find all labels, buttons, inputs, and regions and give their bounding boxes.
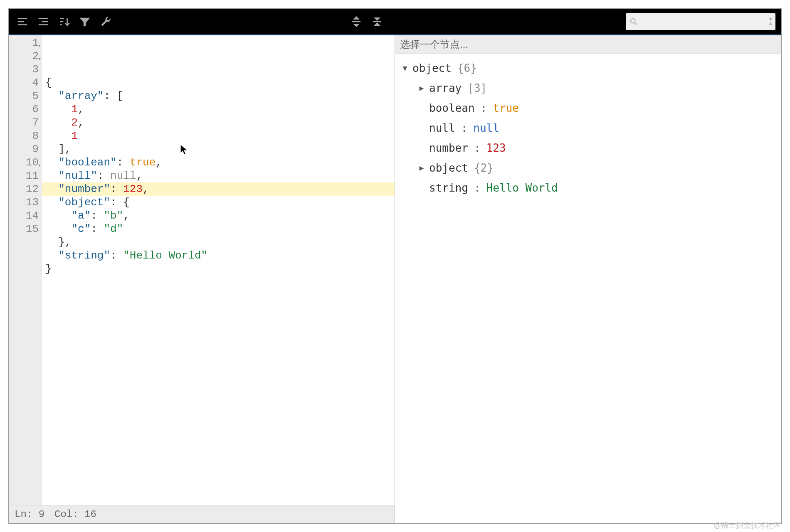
code-line[interactable]: "boolean": true, bbox=[45, 156, 395, 169]
token-punc: : bbox=[117, 156, 130, 169]
code-editor-pane: 1▾2▾345678910▾1112131415 { "array": [ 1,… bbox=[9, 35, 395, 523]
line-gutter: 1▾2▾345678910▾1112131415 bbox=[9, 35, 42, 505]
chevron-right-icon[interactable]: ▶ bbox=[417, 158, 426, 178]
search-input[interactable] bbox=[642, 17, 767, 27]
token-str: "Hello World" bbox=[123, 249, 207, 262]
code-line[interactable]: "object": { bbox=[45, 196, 395, 209]
code-line[interactable]: }, bbox=[45, 236, 395, 249]
token-key: "number" bbox=[58, 183, 110, 195]
code-line[interactable]: } bbox=[45, 262, 395, 276]
tree-node-label: object bbox=[412, 58, 452, 78]
search-prev-icon[interactable]: ▲ bbox=[769, 22, 772, 26]
token-punc: , bbox=[143, 183, 149, 195]
watermark: @稀土掘金技术社区 bbox=[713, 520, 781, 530]
tree-node-label: null bbox=[429, 118, 455, 138]
tree-body[interactable]: ▼object{6}▶array[3]▶boolean:true▶null:nu… bbox=[395, 54, 781, 523]
gutter-line: 7 bbox=[15, 116, 39, 129]
tree-node-value: 123 bbox=[486, 138, 506, 158]
code-line[interactable]: { bbox=[45, 76, 395, 89]
tree-node[interactable]: ▶string:Hello World bbox=[401, 178, 775, 198]
token-key: "object" bbox=[58, 196, 110, 209]
tree-node-label: string bbox=[429, 178, 468, 198]
token-key: "null" bbox=[58, 170, 97, 182]
token-punc: : [ bbox=[104, 90, 123, 102]
tree-node-sep: : bbox=[474, 178, 481, 198]
search-icon bbox=[629, 17, 638, 26]
gutter-line: 3 bbox=[15, 63, 39, 76]
token-bool: true bbox=[130, 156, 156, 169]
code-line[interactable]: "array": [ bbox=[45, 89, 395, 103]
tree-node-sep: : bbox=[481, 98, 487, 118]
token-key: "boolean" bbox=[58, 156, 116, 169]
tree-node-value: Hello World bbox=[486, 178, 558, 198]
token-null: null bbox=[110, 170, 136, 182]
wrench-icon[interactable] bbox=[95, 11, 116, 32]
gutter-line: 13 bbox=[15, 196, 39, 209]
gutter-line: 12 bbox=[15, 182, 39, 196]
code-line[interactable]: 1, bbox=[45, 103, 395, 116]
code-area[interactable]: { "array": [ 1, 2, 1 ], "boolean": true,… bbox=[42, 35, 395, 505]
collapse-vertical-icon[interactable] bbox=[367, 11, 388, 32]
token-punc: : bbox=[91, 209, 104, 222]
sort-icon[interactable] bbox=[54, 11, 74, 32]
tree-node[interactable]: ▶null:null bbox=[401, 118, 775, 138]
gutter-line: 8 bbox=[15, 129, 39, 143]
code-line[interactable]: "a": "b", bbox=[45, 209, 395, 222]
tree-node[interactable]: ▶number:123 bbox=[401, 138, 775, 158]
expand-vertical-icon[interactable] bbox=[346, 11, 367, 32]
token-str: "d" bbox=[104, 223, 123, 235]
code-line[interactable]: "null": null, bbox=[45, 169, 395, 182]
code-editor[interactable]: 1▾2▾345678910▾1112131415 { "array": [ 1,… bbox=[9, 35, 395, 505]
gutter-line: 5 bbox=[15, 89, 39, 103]
token-key: "array" bbox=[58, 90, 104, 102]
toolbar-group-center bbox=[346, 11, 388, 32]
token-punc: , bbox=[156, 156, 162, 169]
token-punc: ], bbox=[58, 143, 71, 155]
search-box[interactable]: ▼ ▲ bbox=[626, 13, 775, 30]
code-line[interactable]: "number": 123, bbox=[42, 182, 395, 196]
token-punc: , bbox=[78, 116, 84, 129]
token-punc: : bbox=[97, 170, 110, 182]
tree-node[interactable]: ▶object{2} bbox=[401, 158, 775, 178]
token-num: 1 bbox=[71, 130, 78, 142]
tree-node-value: null bbox=[473, 118, 499, 138]
token-key: "string" bbox=[58, 249, 110, 262]
token-punc: : bbox=[91, 223, 104, 235]
gutter-line: 1▾ bbox=[15, 36, 39, 49]
token-key: "c" bbox=[71, 223, 91, 235]
token-punc: }, bbox=[58, 236, 71, 249]
format-right-icon[interactable] bbox=[12, 11, 33, 32]
filter-icon[interactable] bbox=[74, 11, 95, 32]
token-punc: , bbox=[123, 209, 130, 222]
gutter-line: 15 bbox=[15, 222, 39, 236]
tree-node[interactable]: ▼object{6} bbox=[401, 58, 775, 78]
tree-node-label: object bbox=[429, 158, 468, 178]
token-num: 123 bbox=[123, 183, 143, 195]
gutter-line: 14 bbox=[15, 209, 39, 222]
tree-node-sep: : bbox=[461, 118, 468, 138]
status-line: Ln: 9 bbox=[15, 509, 44, 520]
tree-node-label: boolean bbox=[429, 98, 475, 118]
chevron-right-icon[interactable]: ▶ bbox=[417, 78, 426, 98]
format-left-icon[interactable] bbox=[33, 11, 54, 32]
tree-node[interactable]: ▶array[3] bbox=[401, 78, 775, 98]
token-punc: } bbox=[45, 263, 52, 275]
code-line[interactable]: ], bbox=[45, 143, 395, 156]
token-punc: : bbox=[110, 249, 123, 262]
code-line[interactable]: "string": "Hello World" bbox=[45, 249, 395, 262]
gutter-line: 4 bbox=[15, 76, 39, 89]
tree-node-meta: [3] bbox=[467, 78, 487, 98]
status-col: Col: 16 bbox=[54, 509, 96, 520]
token-num: 2 bbox=[71, 116, 78, 129]
token-punc: , bbox=[136, 170, 143, 182]
tree-pane: 选择一个节点... ▼object{6}▶array[3]▶boolean:tr… bbox=[395, 35, 781, 523]
gutter-line: 10▾ bbox=[15, 156, 39, 169]
tree-node-label: array bbox=[429, 78, 462, 98]
code-line[interactable]: 2, bbox=[45, 116, 395, 129]
code-line[interactable]: "c": "d" bbox=[45, 222, 395, 236]
gutter-line: 11 bbox=[15, 169, 39, 182]
chevron-down-icon[interactable]: ▼ bbox=[401, 58, 409, 78]
tree-node[interactable]: ▶boolean:true bbox=[401, 98, 775, 118]
tree-node-label: number bbox=[429, 138, 468, 158]
code-line[interactable]: 1 bbox=[45, 129, 395, 143]
